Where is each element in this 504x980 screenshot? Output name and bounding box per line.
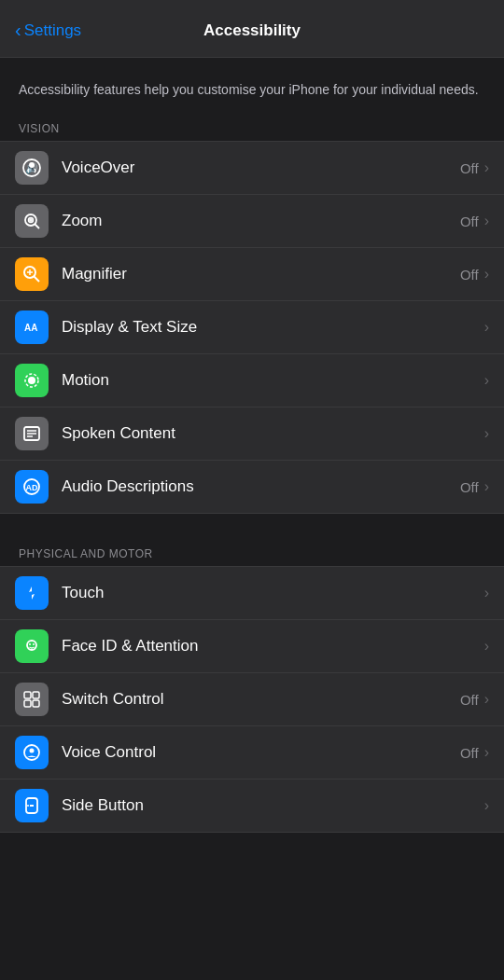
touch-icon <box>21 583 42 603</box>
voice-control-right: Off › <box>460 744 489 761</box>
face-id-attention-label: Face ID & Attention <box>62 637 483 656</box>
back-label: Settings <box>24 21 81 40</box>
list-item-touch[interactable]: Touch › <box>0 567 504 620</box>
motion-chevron-icon: › <box>484 372 489 389</box>
zoom-icon <box>21 211 42 231</box>
side-button-label: Side Button <box>62 796 483 815</box>
magnifier-status: Off <box>460 267 479 283</box>
motion-right: › <box>483 372 489 389</box>
svg-rect-24 <box>24 692 31 698</box>
touch-label: Touch <box>62 584 483 602</box>
audio-descriptions-status: Off <box>460 479 479 495</box>
switch-control-status: Off <box>460 692 479 708</box>
zoom-status: Off <box>460 214 479 229</box>
voiceover-right: Off › <box>460 159 489 176</box>
audio-descriptions-chevron-icon: › <box>484 478 489 495</box>
switch-control-icon <box>21 689 42 710</box>
switch-control-right: Off › <box>460 691 489 708</box>
switch-control-label: Switch Control <box>62 690 460 709</box>
magnifier-right: Off › <box>460 266 489 283</box>
spoken-content-icon-wrap <box>15 417 49 450</box>
svg-line-9 <box>35 277 40 283</box>
list-item-voiceover[interactable]: 🔊 VoiceOver Off › <box>0 142 504 195</box>
list-item-motion[interactable]: Motion › <box>0 354 504 407</box>
display-text-size-right: › <box>483 319 489 336</box>
motion-label: Motion <box>62 371 483 390</box>
svg-rect-25 <box>33 692 39 698</box>
face-id-attention-right: › <box>483 638 489 655</box>
section-gap <box>0 514 504 540</box>
list-item-spoken-content[interactable]: Spoken Content › <box>0 407 504 461</box>
zoom-chevron-icon: › <box>484 213 489 229</box>
physical-section-label: PHYSICAL AND MOTOR <box>0 540 504 566</box>
magnifier-chevron-icon: › <box>484 266 489 283</box>
touch-chevron-icon: › <box>484 585 489 601</box>
voiceover-icon: 🔊 <box>21 158 42 178</box>
list-item-audio-descriptions[interactable]: AD Audio Descriptions Off › <box>0 461 504 513</box>
description-section: Accessibility features help you customis… <box>0 58 504 115</box>
list-item-side-button[interactable]: Side Button › <box>0 780 504 832</box>
page-title: Accessibility <box>203 21 301 40</box>
svg-point-13 <box>28 377 35 384</box>
display-text-size-icon: AA <box>21 317 42 338</box>
svg-point-22 <box>29 643 31 645</box>
vision-list: 🔊 VoiceOver Off › Zoom Off <box>0 141 504 514</box>
spoken-content-icon <box>21 423 42 444</box>
voice-control-status: Off <box>460 745 479 761</box>
back-button[interactable]: ‹ Settings <box>15 20 81 41</box>
switch-control-icon-wrap <box>15 683 49 716</box>
voiceover-chevron-icon: › <box>484 159 489 176</box>
switch-control-chevron-icon: › <box>484 691 489 708</box>
display-text-size-label: Display & Text Size <box>62 318 483 337</box>
spoken-content-chevron-icon: › <box>484 425 489 442</box>
list-item-magnifier[interactable]: Magnifier Off › <box>0 248 504 301</box>
side-button-right: › <box>483 797 489 814</box>
audio-descriptions-label: Audio Descriptions <box>62 477 460 496</box>
svg-point-29 <box>30 749 35 753</box>
list-item-zoom[interactable]: Zoom Off › <box>0 195 504 248</box>
magnifier-icon <box>21 264 42 284</box>
voice-control-label: Voice Control <box>62 743 460 762</box>
zoom-label: Zoom <box>62 212 460 230</box>
audio-descriptions-right: Off › <box>460 478 489 495</box>
side-button-icon <box>21 795 42 816</box>
physical-list: Touch › Face ID & Attention › <box>0 566 504 833</box>
header: ‹ Settings Accessibility <box>0 0 504 58</box>
zoom-icon-wrap <box>15 204 49 238</box>
svg-rect-27 <box>33 700 39 707</box>
display-text-size-chevron-icon: › <box>484 319 489 336</box>
magnifier-icon-wrap <box>15 257 49 291</box>
audio-descriptions-icon: AD <box>21 476 42 497</box>
audio-descriptions-icon-wrap: AD <box>15 470 49 504</box>
touch-icon-wrap <box>15 576 49 610</box>
motion-icon-wrap <box>15 364 49 397</box>
face-id-attention-icon-wrap <box>15 629 49 663</box>
svg-line-4 <box>35 225 40 229</box>
side-button-icon-wrap <box>15 789 49 822</box>
list-item-switch-control[interactable]: Switch Control Off › <box>0 673 504 726</box>
voiceover-label: VoiceOver <box>62 159 460 177</box>
magnifier-label: Magnifier <box>62 265 460 283</box>
touch-right: › <box>483 585 489 601</box>
svg-point-2 <box>29 162 35 168</box>
spoken-content-right: › <box>483 425 489 442</box>
side-button-chevron-icon: › <box>484 797 489 814</box>
voiceover-status: Off <box>460 160 479 176</box>
svg-point-23 <box>33 643 35 645</box>
voice-control-icon <box>21 742 42 763</box>
voice-control-icon-wrap <box>15 736 49 769</box>
svg-text:AD: AD <box>26 483 38 492</box>
voice-control-chevron-icon: › <box>484 744 489 761</box>
back-chevron-icon: ‹ <box>15 20 21 41</box>
list-item-display-text-size[interactable]: AA Display & Text Size › <box>0 301 504 354</box>
zoom-right: Off › <box>460 213 489 229</box>
vision-section-label: VISION <box>0 115 504 141</box>
face-id-attention-icon <box>21 636 42 656</box>
motion-icon <box>21 370 42 391</box>
svg-text:AA: AA <box>24 323 37 333</box>
spoken-content-label: Spoken Content <box>62 424 483 443</box>
list-item-voice-control[interactable]: Voice Control Off › <box>0 726 504 780</box>
list-item-face-id-attention[interactable]: Face ID & Attention › <box>0 620 504 673</box>
voiceover-icon-wrap: 🔊 <box>15 151 49 185</box>
face-id-attention-chevron-icon: › <box>484 638 489 655</box>
